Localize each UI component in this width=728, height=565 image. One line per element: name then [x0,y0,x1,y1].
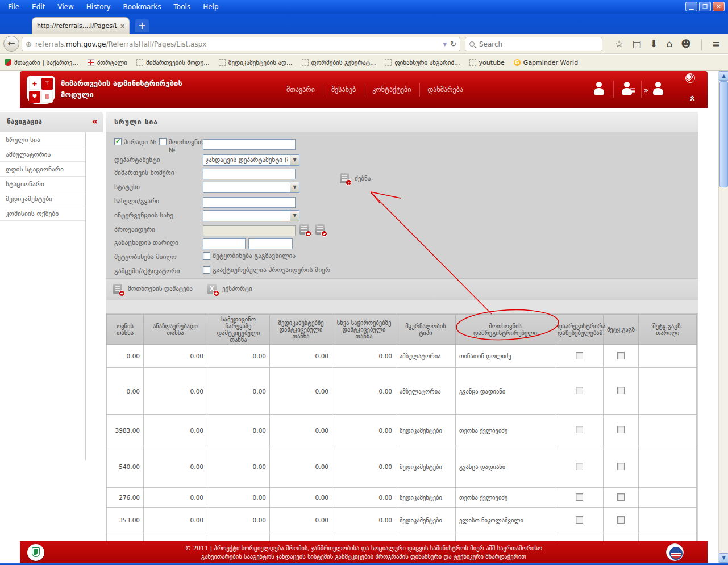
bookmark-item[interactable]: მედიკამენტების ად... [219,59,293,66]
name-surname-input[interactable] [203,197,296,208]
collapse-header-icon[interactable]: « [688,95,699,102]
sidebar-item[interactable]: სრული სია [0,132,85,147]
bookmark-item[interactable]: პორტალი [88,59,127,66]
provider-clear-icon[interactable] [315,224,325,235]
back-button[interactable]: ← [3,36,19,52]
reload-icon[interactable]: ↻ [450,40,456,48]
number-input[interactable] [203,139,296,150]
activated-by-provider-checkbox[interactable] [203,266,210,274]
column-header[interactable]: შეტყ.გაგზ. თარიღი [639,315,697,345]
row-checkbox[interactable] [617,387,625,394]
row-checkbox[interactable] [576,352,583,359]
url-dropdown-icon[interactable]: ▼ [443,41,447,47]
row-checkbox[interactable] [576,516,583,524]
menu-help[interactable]: Help [203,3,218,11]
row-checkbox[interactable] [576,426,583,433]
header-nav-4[interactable]: დახმარება [420,82,472,97]
search-button[interactable]: ძებნა [340,173,371,183]
add-request-button[interactable]: + მოთხოვნის დამატება [113,284,193,294]
bookmarks-list-icon[interactable]: ▤ [632,36,641,52]
results-table: ოვნის თანხაანაზღაურებადი თანხასამედიცინო… [106,314,697,541]
search-input[interactable] [478,40,598,49]
row-checkbox[interactable] [576,387,583,394]
bookmark-item[interactable]: ფინანსური ანგარიშ... [385,59,460,66]
header-nav-3[interactable]: კონტაქტები [364,82,419,97]
sidebar-item[interactable]: დღის სტაციონარი [0,162,85,177]
sidebar-item[interactable]: ამბულატორია [0,147,85,162]
provider-pick-icon[interactable] [299,224,309,235]
language-globe-icon[interactable] [685,73,695,83]
menu-view[interactable]: View [57,3,73,11]
column-header[interactable]: მოთხოვნის დამრეგისტრირებელი [456,315,555,345]
sidebar-item[interactable]: მედიკამენტები [0,191,85,206]
column-header[interactable]: ანაზღაურებადი თანხა [144,315,207,345]
scrollbar-thumb[interactable] [719,81,728,187]
logout-icon[interactable]: » [643,79,668,99]
vertical-scrollbar[interactable]: ▲ ▼ [718,71,728,563]
bookmark-star-icon[interactable]: ☆ [615,36,623,52]
menu-bookmarks[interactable]: Bookmarks [123,3,161,11]
notification-sent-checkbox[interactable] [203,252,210,260]
profile-icon[interactable] [587,79,612,99]
menu-tools[interactable]: Tools [174,3,191,11]
menu-edit[interactable]: Edit [32,3,45,11]
request-no-checkbox[interactable] [159,138,167,145]
menu-file[interactable]: File [8,3,19,11]
intervention-select[interactable]: ▼ [203,210,299,221]
status-select[interactable]: ▼ [203,182,299,193]
sidebar-item[interactable]: კომისიის ოქმები [0,206,85,221]
treatment-type-cell: ამბულატორია [396,368,456,415]
row-checkbox[interactable] [576,463,583,470]
menu-history[interactable]: History [86,3,111,11]
personal-no-checkbox[interactable] [114,138,122,145]
row-checkbox[interactable] [617,426,625,433]
bookmark-item[interactable]: GGapminder World [514,59,578,66]
user-list-icon[interactable]: ≡ [615,79,640,99]
row-checkbox[interactable] [617,352,625,359]
date-from-input[interactable] [203,238,246,249]
row-checkbox[interactable] [617,463,625,470]
scroll-up-icon[interactable]: ▲ [719,71,728,81]
column-header[interactable]: მედიკამენტებზე დამტკიცებული თანხა [270,315,332,345]
date-to-input[interactable] [248,238,293,249]
sidebar-collapse-icon[interactable]: « [92,116,98,127]
minimize-button[interactable]: ▁ [685,2,697,11]
column-header[interactable]: ოვნის თანხა [107,315,144,345]
row-checkbox[interactable] [617,493,625,501]
department-select[interactable]: ჯანდაცვის დეპარტამენტი (მე▼ [203,154,299,166]
menu-hamburger-icon[interactable]: ≡ [712,36,720,52]
export-button[interactable]: X+ ექსპორტი [207,284,252,294]
notification-date-cell [639,345,697,368]
column-header[interactable]: მკურნალობის ტიპი [396,315,456,345]
sidebar-item[interactable]: სტაციონარი [0,177,85,191]
bookmarks-bar: მთავარი | საქართვ...პორტალიმიმართვების მ… [0,55,728,71]
row-checkbox[interactable] [576,493,583,501]
chat-icon[interactable]: ☻ [681,36,691,52]
close-button[interactable]: ✕ [713,2,725,11]
column-header[interactable]: შეტყ.გაგზ [604,315,639,345]
home-icon[interactable]: ⌂ [666,36,672,52]
scroll-down-icon[interactable]: ▼ [719,553,728,563]
search-box[interactable] [465,37,602,51]
column-header[interactable]: სამედიცინო ჩარევაზე დამტკიცებული თანხა [207,315,270,345]
header-nav-2[interactable]: შესახებ [323,82,364,97]
downloads-icon[interactable]: ⬇ [650,36,658,52]
row-checkbox[interactable] [617,516,625,524]
column-header[interactable]: დაარეგისტრირა დაწესებულებამ [555,315,604,345]
url-bar[interactable]: ⊕ referrals.moh.gov.ge/ReferralsHall/Pag… [22,37,460,51]
amount-cell: 0.00 [207,446,270,488]
bookmark-item[interactable]: ფორმების გენერატ... [302,59,376,66]
amount-cell: 0.00 [144,508,207,533]
notification-date-cell [639,446,697,488]
bookmark-item[interactable]: მთავარი | საქართვ... [5,59,78,66]
new-tab-button[interactable]: + [135,19,149,32]
referral-number-input[interactable] [203,169,296,179]
tab-close-icon[interactable]: x [120,22,124,30]
header-nav-1[interactable]: მთავარი [278,82,323,97]
column-header[interactable]: სხვა საჭიროებებზე დამტკიცებული თანხა [332,315,396,345]
browser-tab[interactable]: http://referrals....l/Pages/List.aspx x [32,17,130,34]
maximize-button[interactable]: ❐ [699,2,711,11]
bookmark-item[interactable]: მიმართვების მოდუ... [136,59,210,66]
bookmark-item[interactable]: youtube [469,59,505,66]
amount-cell: 0.00 [270,415,332,446]
